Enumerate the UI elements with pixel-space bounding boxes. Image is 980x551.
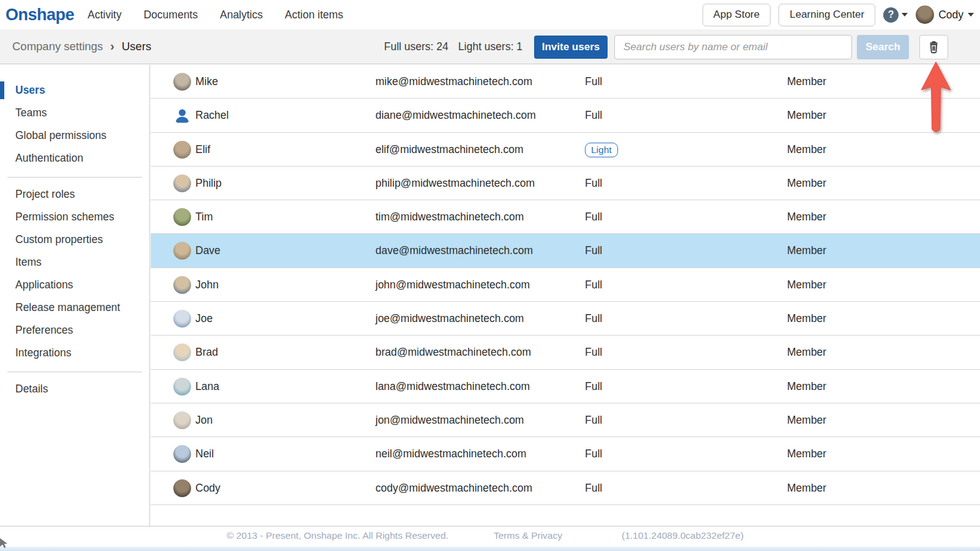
avatar [173,479,191,497]
user-plan: Full [585,370,602,403]
user-email: neil@midwestmachinetech.com [375,437,526,471]
user-role: Member [787,302,826,335]
avatar [173,411,191,429]
table-row[interactable]: Brad brad@midwestmachinetech.com Full Me… [151,335,980,369]
table-row[interactable]: Jon jon@midwestmachinetech.com Full Memb… [151,403,980,437]
user-name: Tim [195,200,213,234]
user-email: tim@midwestmachinetech.com [375,200,524,234]
cursor-artifact [0,538,8,548]
user-email: lana@midwestmachinetech.com [375,370,530,403]
terms-privacy-link[interactable]: Terms & Privacy [494,530,562,541]
invite-users-button[interactable]: Invite users [534,36,608,59]
sidebar-item-teams[interactable]: Teams [0,102,149,124]
sidebar-item-authentication[interactable]: Authentication [0,147,149,170]
user-plan: Full [585,200,602,234]
sidebar-item-items[interactable]: Items [0,251,149,274]
user-role: Member [787,200,826,234]
user-name: Rachel [195,99,228,132]
user-name: Elif [195,133,210,167]
user-plan: Full [585,302,602,335]
sidebar-item-applications[interactable]: Applications [0,274,149,296]
table-row[interactable]: Dave dave@midwestmachinetech.com Full Me… [151,234,980,268]
user-plan: Light [585,133,618,167]
table-row[interactable]: Cody cody@midwestmachinetech.com Full Me… [151,471,980,505]
table-row[interactable]: Mike mike@midwestmachinetech.com Full Me… [151,65,980,99]
user-name: John [195,268,219,302]
search-input[interactable] [614,35,852,59]
table-row[interactable]: Philip philip@midwestmachinetech.com Ful… [151,167,980,200]
user-email: philip@midwestmachinetech.com [375,167,535,200]
user-role: Member [787,335,826,369]
user-email: john@midwestmachinetech.com [375,268,530,302]
user-role: Member [787,471,826,505]
sidebar-item-integrations[interactable]: Integrations [0,342,149,364]
sidebar-item-preferences[interactable]: Preferences [0,319,149,342]
avatar [173,242,191,260]
table-row[interactable]: Elif elif@midwestmachinetech.com Light M… [151,133,980,167]
user-plan: Full [585,437,602,471]
delete-user-button[interactable] [919,35,948,59]
user-role: Member [787,133,826,167]
full-users-count: Full users: 24 [384,40,448,53]
table-row[interactable]: Tim tim@midwestmachinetech.com Full Memb… [151,200,980,234]
learning-center-button[interactable]: Learning Center [778,4,875,26]
nav-item-documents[interactable]: Documents [142,6,199,24]
trash-icon [927,40,940,54]
sidebar-item-project-roles[interactable]: Project roles [0,183,149,206]
user-email: brad@midwestmachinetech.com [375,335,531,369]
search-button[interactable]: Search [857,35,909,59]
onshape-logo[interactable]: Onshape [0,6,74,24]
light-plan-badge: Light [585,143,618,157]
sidebar-nav: UsersTeamsGlobal permissionsAuthenticati… [0,65,150,526]
user-plan: Full [585,167,602,200]
table-row[interactable]: Joe joe@midwestmachinetech.com Full Memb… [151,302,980,335]
sidebar-divider [7,177,142,178]
sidebar-item-details[interactable]: Details [0,378,149,400]
user-name: Brad [195,335,218,369]
avatar [916,6,934,24]
table-row[interactable]: Lana lana@midwestmachinetech.com Full Me… [151,370,980,403]
table-row[interactable]: John john@midwestmachinetech.com Full Me… [151,268,980,302]
avatar [173,141,191,159]
user-name: Neil [195,437,214,471]
nav-item-action-items[interactable]: Action items [284,6,344,24]
help-icon[interactable]: ? [883,7,899,23]
top-bar: Onshape Activity Documents Analytics Act… [0,0,980,29]
sidebar-item-custom-properties[interactable]: Custom properties [0,228,149,251]
user-role: Member [787,403,826,437]
nav-item-activity[interactable]: Activity [86,6,123,24]
user-role: Member [787,234,826,268]
user-email: diane@midwestmachinetech.com [375,99,536,132]
user-plan: Full [585,99,602,132]
user-plan: Full [585,268,602,302]
default-person-avatar-icon [173,107,191,124]
top-bar-right: App Store Learning Center ? Cody [703,0,974,29]
top-nav: Activity Documents Analytics Action item… [86,6,344,24]
help-menu[interactable]: ? [883,7,908,23]
user-email: mike@midwestmachinetech.com [375,65,532,99]
breadcrumb-company-settings[interactable]: Company settings [12,40,103,53]
user-role: Member [787,99,826,132]
table-row[interactable]: Neil neil@midwestmachinetech.com Full Me… [151,437,980,471]
user-name: Joe [195,302,213,335]
avatar [173,445,191,463]
sidebar-item-permission-schemes[interactable]: Permission schemes [0,206,149,228]
sidebar-item-global-permissions[interactable]: Global permissions [0,124,149,147]
users-table: Mike mike@midwestmachinetech.com Full Me… [151,65,980,526]
user-name: Jon [195,403,213,437]
user-menu[interactable]: Cody [916,6,974,24]
build-version: (1.101.24089.0cab232ef27e) [622,530,744,541]
table-row[interactable]: Rachel diane@midwestmachinetech.com Full… [151,99,980,132]
avatar [173,378,191,395]
breadcrumb-users: Users [122,40,151,53]
sidebar-item-release-management[interactable]: Release management [0,296,149,319]
nav-item-analytics[interactable]: Analytics [219,6,264,24]
user-plan: Full [585,335,602,369]
user-name: Cody [195,471,221,505]
avatar [173,73,191,91]
user-email: dave@midwestmachinetech.com [375,234,533,268]
user-plan: Full [585,403,602,437]
sidebar-item-users[interactable]: Users [0,79,149,102]
bottom-accent-strip [0,547,980,551]
app-store-button[interactable]: App Store [703,4,771,26]
